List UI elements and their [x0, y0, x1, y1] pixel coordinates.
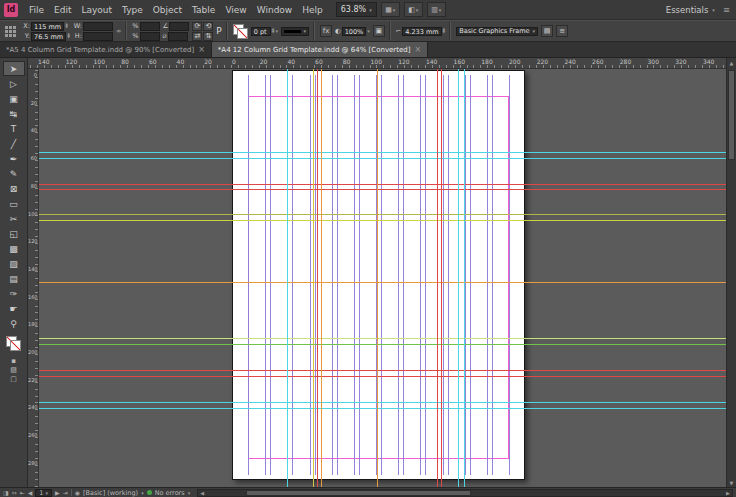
- reference-point-proxy[interactable]: [5, 26, 16, 37]
- menu-item-type[interactable]: Type: [117, 0, 148, 19]
- gap-tool[interactable]: ↹: [3, 106, 25, 121]
- menu-item-layout[interactable]: Layout: [77, 0, 118, 19]
- rectangle-frame-tool[interactable]: ⊠: [3, 181, 25, 196]
- scale-x-field[interactable]: [140, 22, 160, 31]
- zoom-level-dropdown[interactable]: 63.8% ▾: [336, 2, 377, 17]
- object-style-dropdown[interactable]: Basic Graphics Frame ▾: [456, 27, 538, 36]
- scroll-right-icon[interactable]: ▶: [724, 490, 732, 496]
- menu-item-edit[interactable]: Edit: [49, 0, 76, 19]
- scroll-left-icon[interactable]: ◀: [198, 490, 206, 496]
- view-options-button[interactable]: ▦ ▾: [381, 2, 400, 17]
- opacity-field[interactable]: 100%: [342, 27, 367, 36]
- preflight-status-label[interactable]: No errors: [155, 489, 185, 497]
- vertical-scrollbar[interactable]: ▲ ▼: [726, 58, 736, 487]
- page-number-dropdown[interactable]: 1 ▾: [35, 489, 52, 497]
- screen-mode-button[interactable]: ◧ ▾: [404, 2, 423, 17]
- stroke-swatch[interactable]: [10, 340, 21, 351]
- note-tool[interactable]: ▤: [3, 271, 25, 286]
- horizontal-ruler[interactable]: 1401201008060402002040608010012014016018…: [28, 58, 736, 69]
- pasteboard[interactable]: [39, 69, 726, 487]
- ruler-tick: [349, 65, 350, 68]
- last-page-button[interactable]: ⇥: [63, 489, 68, 496]
- vertical-ruler[interactable]: 020406080100120140160180200220240260280: [28, 69, 39, 487]
- x-position-field[interactable]: 115 mm: [31, 22, 64, 31]
- constrain-proportions-icon[interactable]: ∞: [116, 27, 121, 35]
- zoom-tool[interactable]: ⚲: [3, 316, 25, 331]
- hand-tool[interactable]: ☛: [3, 301, 25, 316]
- menu-item-help[interactable]: Help: [297, 0, 328, 19]
- y-stepper[interactable]: ▲▼: [67, 33, 70, 40]
- chevron-down-icon[interactable]: ▾: [275, 28, 278, 34]
- spread-view-icon[interactable]: ⇔: [12, 489, 17, 496]
- horizontal-scrollbar-thumb[interactable]: [246, 490, 471, 496]
- apply-gradient-button[interactable]: ▨: [5, 365, 23, 374]
- control-panel-menu-button[interactable]: ≡: [556, 25, 568, 37]
- page-tool[interactable]: ▣: [3, 91, 25, 106]
- fill-stroke-swatches[interactable]: [233, 24, 248, 39]
- menu-item-table[interactable]: Table: [187, 0, 220, 19]
- ruler-number: 20: [204, 58, 212, 65]
- corner-radius-field[interactable]: 4.233 mm: [402, 27, 441, 36]
- arrange-documents-button[interactable]: ▥ ▾: [427, 2, 446, 17]
- position-fields: X: 115 mm ▲▼ Y: 76.5 mm ▲▼: [21, 22, 70, 41]
- next-page-button[interactable]: ▶: [55, 489, 60, 496]
- effects-button[interactable]: fx: [320, 25, 332, 37]
- x-stepper[interactable]: ▲▼: [65, 23, 68, 30]
- gradient-swatch-tool[interactable]: ▩: [3, 241, 25, 256]
- toolbar-fill-stroke-swatches[interactable]: [6, 336, 21, 351]
- ruler-tick: [723, 65, 724, 68]
- tab-close-icon[interactable]: ×: [414, 45, 421, 54]
- gradient-feather-tool[interactable]: ▨: [3, 256, 25, 271]
- shear-angle-field[interactable]: [168, 32, 188, 41]
- document-page[interactable]: [232, 70, 525, 480]
- flip-horizontal-button[interactable]: ⇄: [192, 32, 202, 41]
- selection-tool[interactable]: ➤: [3, 61, 25, 76]
- embed-button[interactable]: ▤: [541, 25, 553, 37]
- drop-shadow-button[interactable]: ▣: [373, 25, 385, 37]
- chevron-down-icon[interactable]: ▾: [367, 28, 370, 34]
- document-tab[interactable]: *A4 12 Column Grid Template.indd @ 64% […: [212, 42, 428, 57]
- scroll-up-icon[interactable]: ▲: [727, 58, 736, 67]
- vertical-scrollbar-thumb[interactable]: [728, 70, 735, 160]
- chevron-down-icon[interactable]: ▾: [188, 490, 191, 496]
- workspace-switcher[interactable]: Essentials ▾ ≡: [666, 5, 736, 15]
- normal-view-mode-button[interactable]: ▢: [5, 374, 23, 383]
- panel-toggle-icon[interactable]: ◨: [3, 489, 9, 496]
- height-field[interactable]: [83, 32, 113, 41]
- stroke-type-dropdown[interactable]: ▾: [281, 27, 309, 36]
- rectangle-tool[interactable]: ▭: [3, 196, 25, 211]
- free-transform-tool[interactable]: ◱: [3, 226, 25, 241]
- tab-close-icon[interactable]: ×: [198, 45, 205, 54]
- width-field[interactable]: [83, 22, 113, 31]
- first-page-button[interactable]: ⇤: [20, 489, 25, 496]
- type-tool[interactable]: T: [3, 121, 25, 136]
- rotate-ccw-button[interactable]: ⟲: [203, 22, 213, 31]
- apply-color-button[interactable]: ▪: [5, 356, 23, 365]
- scroll-down-icon[interactable]: ▼: [727, 478, 736, 487]
- horizontal-scrollbar[interactable]: ◀ ▶: [197, 489, 733, 497]
- menu-item-object[interactable]: Object: [148, 0, 187, 19]
- menu-icon[interactable]: ≡: [723, 5, 730, 15]
- preflight-profile-label[interactable]: [Basic] (working): [83, 489, 138, 497]
- document-tab[interactable]: *A5 4 Column Grid Template.indd @ 90% [C…: [0, 42, 212, 57]
- stroke-weight-stepper[interactable]: ▲▼: [272, 28, 275, 35]
- scissors-tool[interactable]: ✂: [3, 211, 25, 226]
- menu-item-file[interactable]: File: [24, 0, 49, 19]
- previous-page-button[interactable]: ◀: [28, 489, 33, 496]
- stroke-swatch[interactable]: [237, 28, 248, 39]
- corner-radius-stepper[interactable]: ▲▼: [443, 28, 446, 35]
- flip-vertical-button[interactable]: ⇅: [203, 32, 213, 41]
- scale-y-field[interactable]: [140, 32, 160, 41]
- menu-item-window[interactable]: Window: [252, 0, 298, 19]
- pen-tool[interactable]: ✒: [3, 151, 25, 166]
- line-tool[interactable]: ╱: [3, 136, 25, 151]
- chevron-down-icon[interactable]: ▾: [141, 490, 144, 496]
- menu-item-view[interactable]: View: [220, 0, 251, 19]
- eyedropper-tool[interactable]: ✑: [3, 286, 25, 301]
- pencil-tool[interactable]: ✎: [3, 166, 25, 181]
- y-position-field[interactable]: 76.5 mm: [31, 32, 66, 41]
- rotation-angle-field[interactable]: [169, 22, 189, 31]
- rotate-cw-button[interactable]: ⟳: [192, 22, 202, 31]
- direct-selection-tool[interactable]: ▷: [3, 76, 25, 91]
- stroke-weight-field[interactable]: 0 pt: [251, 27, 271, 36]
